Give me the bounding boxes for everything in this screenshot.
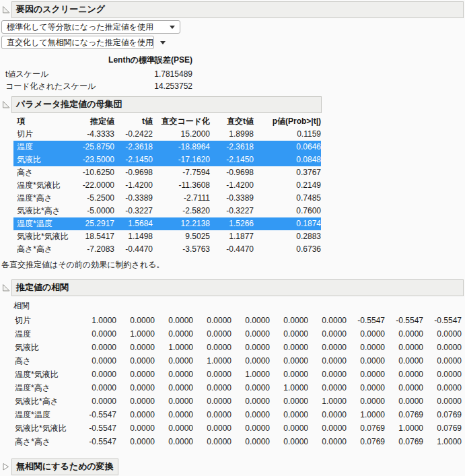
param-value-cell: 0.7485 <box>254 192 321 205</box>
orthogonalized-estimates-dropdown[interactable]: 直交化して無相関になった推定値を使用 <box>1 36 154 49</box>
corr-value-cell: 0.0000 <box>388 327 426 341</box>
param-value-cell: 15.2000 <box>153 128 210 141</box>
corr-value-cell: -0.5547 <box>81 421 119 435</box>
corr-term-cell: 温度 <box>13 327 81 341</box>
column-header-term: 項 <box>13 114 74 128</box>
param-value-cell: 0.3767 <box>254 166 321 179</box>
corr-value-cell: 0.0000 <box>349 368 388 381</box>
section-title: 推定値の相関 <box>16 282 69 292</box>
param-value-cell: 0.1159 <box>254 128 321 141</box>
param-table-row[interactable]: 気液比*高さ-5.0000-0.3227-2.5820-0.32270.7600 <box>13 205 321 217</box>
corr-term-cell: 温度*気液比 <box>13 368 81 381</box>
param-table-row[interactable]: 切片-4.3333-0.242215.20001.89980.1159 <box>13 128 321 141</box>
param-value-cell: -0.2422 <box>114 128 153 141</box>
correlation-subtitle: 相関 <box>13 300 465 312</box>
corr-value-cell: 0.0000 <box>311 327 349 341</box>
corr-value-cell: 0.0000 <box>234 314 273 327</box>
param-value-cell: -7.7594 <box>153 166 210 179</box>
corr-value-cell: 0.0000 <box>388 368 426 381</box>
corr-value-cell: 0.0000 <box>157 408 196 421</box>
corr-value-cell: 0.0000 <box>196 314 234 327</box>
param-value-cell: -17.1620 <box>153 154 210 166</box>
corr-value-cell: 1.0000 <box>119 327 157 341</box>
param-table-row[interactable]: 温度*高さ-5.2500-0.3389-2.7111-0.33890.7485 <box>13 192 321 205</box>
corr-value-cell: 0.0000 <box>81 354 119 368</box>
corr-value-cell: 0.0000 <box>388 354 426 368</box>
corr-value-cell: 0.0000 <box>81 381 119 395</box>
orthogonal-estimates-note: 各直交推定値はその前の効果に制約される。 <box>1 259 465 270</box>
column-header-estimate: 推定値 <box>74 114 114 128</box>
param-value-cell: -0.3227 <box>210 205 254 217</box>
param-table-row[interactable]: 高さ*高さ-7.2083-0.4470-3.5763-0.44700.6736 <box>13 243 321 256</box>
param-value-cell: -1.4200 <box>210 179 254 192</box>
param-table-row[interactable]: 温度*気液比-22.0000-1.4200-11.3608-1.42000.21… <box>13 179 321 192</box>
param-table-row[interactable]: 気液比*気液比18.54171.14989.50251.18770.2883 <box>13 230 321 243</box>
corr-value-cell: 0.0000 <box>273 314 311 327</box>
param-term-cell: 高さ <box>13 166 74 179</box>
corr-value-cell: 0.0000 <box>349 327 388 341</box>
corr-value-cell: 0.0000 <box>196 408 234 421</box>
lenth-pse-header: Lenthの標準誤差(PSE) <box>0 53 194 68</box>
param-value-cell: 1.8998 <box>210 128 254 141</box>
param-table-row[interactable]: 気液比-23.5000-2.1450-17.1620-2.14500.0848 <box>13 154 321 166</box>
chevron-down-icon <box>160 41 166 44</box>
chevron-down-icon <box>170 26 175 29</box>
pse-label: コード化されたスケール <box>0 80 96 92</box>
disclosure-open-icon[interactable] <box>2 1 11 14</box>
corr-table-row: 温度*高さ0.00000.00000.00000.00000.00001.000… <box>13 381 464 395</box>
column-header-ortho-t: 直交t値 <box>210 114 254 128</box>
corr-value-cell: 0.0000 <box>196 421 234 435</box>
param-term-cell: 気液比 <box>13 154 74 166</box>
dropdown-selected-value: 直交化して無相関になった推定値を使用 <box>7 37 153 48</box>
corr-term-cell: 気液比*気液比 <box>13 421 81 435</box>
corr-table-row: 気液比0.00000.00001.00000.00000.00000.00000… <box>13 341 464 354</box>
corr-value-cell: 0.0000 <box>119 368 157 381</box>
disclosure-open-icon[interactable] <box>2 279 11 292</box>
corr-value-cell: 0.0000 <box>119 381 157 395</box>
section-title: 要因のスクリーニング <box>16 4 105 14</box>
corr-value-cell: 0.0000 <box>426 395 464 408</box>
pse-value: 1.7815489 <box>154 68 194 80</box>
param-table-row[interactable]: 温度-25.8750-2.3618-18.8964-2.36180.0646 <box>13 141 321 154</box>
disclosure-open-icon[interactable] <box>2 96 11 109</box>
param-value-cell: -0.4470 <box>114 243 153 256</box>
param-table-row[interactable]: 高さ-10.6250-0.9698-7.7594-0.96980.3767 <box>13 166 321 179</box>
param-table-body: 切片-4.3333-0.242215.20001.89980.1159温度-25… <box>13 128 321 256</box>
corr-value-cell: 0.0769 <box>388 435 426 448</box>
corr-value-cell: 0.0000 <box>426 327 464 341</box>
corr-value-cell: 0.0000 <box>196 327 234 341</box>
disclosure-closed-icon[interactable] <box>2 458 11 471</box>
section-header-factor-screening[interactable]: 要因のスクリーニング <box>11 1 464 18</box>
param-value-cell: 25.2917 <box>74 217 114 230</box>
section-header-correlation[interactable]: 推定値の相関 <box>11 279 464 296</box>
section-header-uncorrelate-transform[interactable]: 無相関にするための変換 <box>11 458 118 475</box>
corr-value-cell: 0.0000 <box>157 421 196 435</box>
corr-value-cell: 0.0000 <box>273 408 311 421</box>
corr-value-cell: 0.0000 <box>273 341 311 354</box>
corr-value-cell: 0.0000 <box>349 395 388 408</box>
corr-value-cell: 0.0000 <box>157 327 196 341</box>
param-value-cell: 18.5417 <box>74 230 114 243</box>
param-value-cell: -2.3618 <box>114 141 153 154</box>
corr-value-cell: 0.0000 <box>119 314 157 327</box>
corr-value-cell: 0.0000 <box>311 381 349 395</box>
section-header-parameter-estimates[interactable]: パラメータ推定値の母集団 <box>11 96 322 113</box>
param-value-cell: -0.3389 <box>114 192 153 205</box>
corr-term-cell: 高さ <box>13 354 81 368</box>
param-value-cell: -0.4470 <box>210 243 254 256</box>
corr-value-cell: -0.5547 <box>388 314 426 327</box>
corr-value-cell: 0.0000 <box>157 354 196 368</box>
corr-table-row: 高さ0.00000.00000.00001.00000.00000.00000.… <box>13 354 464 368</box>
param-table-row[interactable]: 温度*温度25.29171.568412.21381.52660.1874 <box>13 217 321 230</box>
param-term-cell: 切片 <box>13 128 74 141</box>
corr-value-cell: 0.0000 <box>273 354 311 368</box>
standardized-estimates-dropdown[interactable]: 標準化して等分散になった推定値を使用 <box>1 20 180 34</box>
param-value-cell: 0.2149 <box>254 179 321 192</box>
param-term-cell: 温度*高さ <box>13 192 74 205</box>
corr-value-cell: 0.0000 <box>119 435 157 448</box>
corr-value-cell: 0.0000 <box>196 435 234 448</box>
param-term-cell: 高さ*高さ <box>13 243 74 256</box>
param-value-cell: 0.7600 <box>254 205 321 217</box>
corr-value-cell: 1.0000 <box>311 395 349 408</box>
param-value-cell: 0.1874 <box>254 217 321 230</box>
